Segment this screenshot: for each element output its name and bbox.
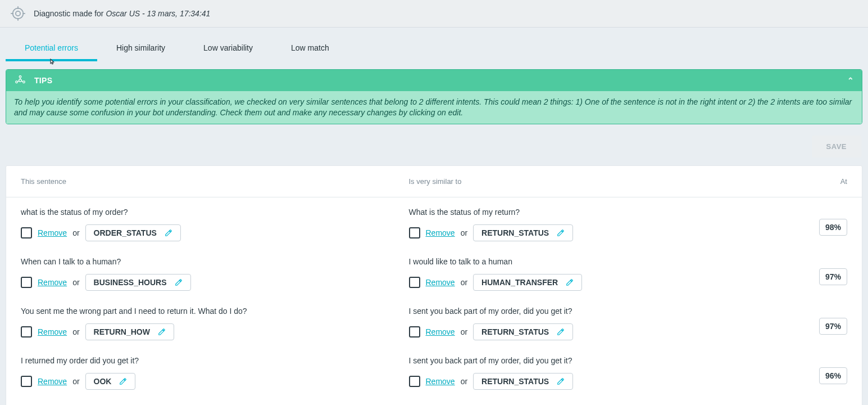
remove-link[interactable]: Remove [38, 228, 67, 237]
select-checkbox[interactable] [409, 326, 420, 338]
intent-chip[interactable]: RETURN_HOW [85, 323, 174, 340]
remove-link[interactable]: Remove [426, 278, 455, 287]
or-text: or [72, 278, 79, 287]
edit-icon [119, 377, 127, 385]
save-button[interactable]: SAVE [812, 136, 861, 158]
remove-link[interactable]: Remove [426, 377, 455, 386]
intent-chip[interactable]: OOK [85, 373, 136, 390]
edit-icon [175, 278, 183, 286]
sentence-text: What is the status of my return? [409, 208, 792, 217]
intent-label: ORDER_STATUS [94, 228, 157, 237]
collapse-icon[interactable]: ⌃ [847, 76, 854, 85]
edit-icon [165, 229, 172, 237]
or-text: or [461, 377, 467, 386]
remove-link[interactable]: Remove [38, 327, 67, 336]
tabs: Potential errors High similarity Low var… [0, 35, 868, 61]
edit-icon [566, 278, 574, 286]
result-row: I returned my order did you get it? Remo… [6, 348, 862, 398]
select-checkbox[interactable] [409, 277, 420, 288]
or-text: or [461, 278, 467, 287]
sentence-text: what is the status of my order? [21, 208, 403, 217]
select-checkbox[interactable] [409, 376, 420, 387]
intent-chip[interactable]: BUSINESS_HOURS [85, 274, 191, 291]
select-checkbox[interactable] [21, 376, 32, 387]
sentence-text: When can I talk to a human? [21, 257, 403, 266]
svg-point-9 [19, 79, 22, 82]
edit-icon [557, 377, 565, 385]
tips-header: TIPS ⌃ [6, 70, 862, 91]
intent-label: RETURN_HOW [94, 327, 150, 336]
page-title: Diagnostic made for Oscar US - 13 mars, … [34, 9, 210, 18]
select-checkbox[interactable] [409, 227, 420, 238]
or-text: or [72, 228, 79, 237]
similarity-score: 97% [819, 318, 847, 335]
target-icon [10, 6, 26, 21]
svg-line-12 [21, 81, 23, 82]
similarity-score: 97% [819, 268, 847, 285]
intent-label: RETURN_STATUS [481, 228, 549, 237]
results-header: This sentence Is very similar to At [6, 166, 862, 197]
similarity-score: 96% [819, 367, 847, 384]
sentence-text: I sent you back part of my order, did yo… [409, 356, 792, 365]
col-score: At [797, 177, 847, 186]
molecule-icon [14, 74, 26, 87]
svg-point-8 [23, 81, 25, 83]
sentence-text: I sent you back part of my order, did yo… [409, 307, 792, 316]
result-row: When can I talk to a human? Remove or BU… [6, 249, 862, 299]
col-similar-to: Is very similar to [409, 177, 792, 186]
page-title-prefix: Diagnostic made for [34, 9, 106, 18]
or-text: or [461, 327, 467, 336]
or-text: or [461, 228, 467, 237]
edit-icon [557, 229, 565, 237]
edit-icon [158, 328, 166, 336]
or-text: or [72, 377, 79, 386]
tips-panel: TIPS ⌃ To help you identify some potenti… [6, 69, 862, 124]
col-this-sentence: This sentence [21, 177, 403, 186]
tips-title: TIPS [34, 76, 52, 85]
tab-low-match[interactable]: Low match [272, 35, 348, 61]
svg-point-6 [19, 76, 21, 78]
remove-link[interactable]: Remove [38, 278, 67, 287]
intent-label: OOK [94, 377, 112, 386]
intent-label: BUSINESS_HOURS [94, 278, 167, 287]
intent-chip[interactable]: RETURN_STATUS [473, 224, 573, 241]
select-checkbox[interactable] [21, 277, 32, 288]
page-title-entity: Oscar US - 13 mars, 17:34:41 [106, 9, 210, 18]
edit-icon [557, 328, 565, 336]
svg-point-7 [16, 81, 18, 83]
result-row: You sent me the wrong part and I need to… [6, 299, 862, 348]
remove-link[interactable]: Remove [426, 327, 455, 336]
intent-label: RETURN_STATUS [481, 377, 549, 386]
select-checkbox[interactable] [21, 326, 32, 338]
svg-line-11 [17, 81, 19, 82]
result-row: what is the status of my order? Remove o… [6, 197, 862, 249]
sentence-text: I would like to talk to a human [409, 257, 792, 266]
select-checkbox[interactable] [21, 227, 32, 238]
svg-point-0 [13, 8, 24, 19]
page-header: Diagnostic made for Oscar US - 13 mars, … [0, 0, 868, 28]
intent-label: RETURN_STATUS [481, 327, 549, 336]
remove-link[interactable]: Remove [426, 228, 455, 237]
intent-label: HUMAN_TRANSFER [481, 278, 558, 287]
results-card: This sentence Is very similar to At what… [6, 165, 862, 405]
tab-potential-errors[interactable]: Potential errors [6, 35, 97, 61]
svg-point-1 [16, 11, 20, 16]
or-text: or [72, 327, 79, 336]
sentence-text: You sent me the wrong part and I need to… [21, 307, 403, 316]
intent-chip[interactable]: RETURN_STATUS [473, 373, 573, 390]
tab-low-variability[interactable]: Low variability [184, 35, 272, 61]
tab-high-similarity[interactable]: High similarity [97, 35, 184, 61]
intent-chip[interactable]: RETURN_STATUS [473, 323, 573, 340]
tips-body: To help you identify some potential erro… [6, 91, 862, 124]
intent-chip[interactable]: HUMAN_TRANSFER [473, 274, 582, 291]
intent-chip[interactable]: ORDER_STATUS [85, 224, 181, 241]
sentence-text: I returned my order did you get it? [21, 356, 403, 365]
result-row: can you get someone to email me back Rem… [6, 398, 862, 405]
similarity-score: 98% [819, 219, 847, 236]
remove-link[interactable]: Remove [38, 377, 67, 386]
